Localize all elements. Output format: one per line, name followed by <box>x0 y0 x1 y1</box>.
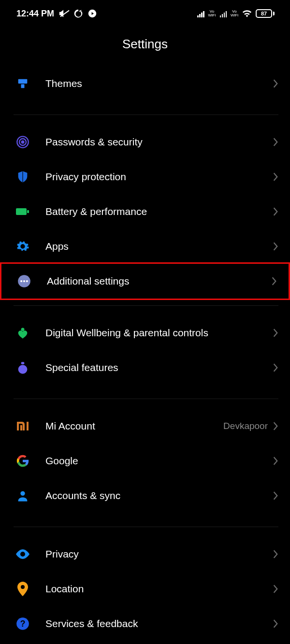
vowifi-2: VoWiFi <box>231 10 238 17</box>
svg-point-17 <box>21 586 25 589</box>
row-special-features[interactable]: Special features <box>0 350 290 385</box>
chevron-right-icon <box>273 421 278 431</box>
svg-point-12 <box>21 328 25 331</box>
label-battery: Battery & performance <box>45 206 273 217</box>
svg-text:?: ? <box>20 619 26 629</box>
wellbeing-icon <box>15 326 30 340</box>
row-location[interactable]: Location <box>0 572 290 606</box>
divider <box>14 527 278 527</box>
label-accounts-sync: Accounts & sync <box>45 490 273 501</box>
label-additional: Additional settings <box>47 275 271 287</box>
row-apps[interactable]: Apps <box>0 229 290 264</box>
fingerprint-icon <box>15 135 30 149</box>
themes-icon <box>15 76 30 91</box>
battery-icon: 87 <box>256 9 275 18</box>
row-passwords-security[interactable]: Passwords & security <box>0 125 290 159</box>
svg-point-9 <box>20 280 22 282</box>
row-additional-settings[interactable]: Additional settings <box>1 264 289 299</box>
chevron-right-icon <box>273 549 278 559</box>
battery-icon <box>15 204 30 219</box>
vowifi-1: VoWiFi <box>208 10 216 17</box>
svg-rect-7 <box>27 210 29 213</box>
chevron-right-icon <box>273 242 278 251</box>
row-battery-performance[interactable]: Battery & performance <box>0 194 290 229</box>
label-passwords: Passwords & security <box>45 136 273 148</box>
row-google[interactable]: Google <box>0 444 290 478</box>
row-accounts-sync[interactable]: Accounts & sync <box>0 478 290 513</box>
clock: 12:44 PM <box>16 9 54 19</box>
status-bar: 12:44 PM VoWiFi VoWiFi 87 <box>0 0 290 27</box>
settings-list: Themes Passwords & security Privacy prot… <box>0 66 290 641</box>
svg-rect-13 <box>21 362 25 364</box>
label-special: Special features <box>45 362 273 373</box>
chevron-right-icon <box>273 172 278 182</box>
highlight-additional-settings: Additional settings <box>0 262 290 300</box>
svg-point-14 <box>18 365 28 374</box>
flask-icon <box>15 360 30 375</box>
chevron-right-icon <box>273 363 278 372</box>
chevron-right-icon <box>273 328 278 338</box>
chevron-right-icon <box>273 456 278 466</box>
label-apps: Apps <box>45 241 273 252</box>
mi-logo-icon <box>15 419 30 433</box>
label-privacy-protection: Privacy protection <box>45 171 273 183</box>
value-mi-account: Devkapoor <box>223 421 273 431</box>
svg-rect-2 <box>21 84 25 88</box>
chevron-right-icon <box>273 619 278 629</box>
row-privacy[interactable]: Privacy <box>0 537 290 572</box>
svg-point-5 <box>22 141 24 143</box>
row-privacy-protection[interactable]: Privacy protection <box>0 159 290 194</box>
row-services-feedback[interactable]: ? Services & feedback <box>0 606 290 641</box>
signal-1-icon <box>197 10 204 17</box>
eye-icon <box>15 547 30 561</box>
label-services: Services & feedback <box>45 618 273 630</box>
more-icon <box>17 274 31 288</box>
row-themes[interactable]: Themes <box>0 66 290 101</box>
chevron-right-icon <box>273 584 278 594</box>
svg-rect-6 <box>16 208 27 215</box>
signal-2-icon <box>220 10 227 17</box>
svg-point-15 <box>20 491 25 496</box>
google-icon <box>15 454 30 468</box>
gear-icon <box>15 239 30 254</box>
battery-level: 87 <box>256 9 272 18</box>
chevron-right-icon <box>273 79 278 88</box>
svg-point-10 <box>23 280 25 282</box>
row-mi-account[interactable]: Mi Account Devkapoor <box>0 409 290 444</box>
row-digital-wellbeing[interactable]: Digital Wellbeing & parental controls <box>0 315 290 350</box>
divider <box>14 305 278 306</box>
divider <box>14 399 278 399</box>
status-right: VoWiFi VoWiFi 87 <box>197 9 275 18</box>
chevron-right-icon <box>273 207 278 216</box>
location-pin-icon <box>15 582 30 596</box>
mute-icon <box>59 9 69 18</box>
page-title: Settings <box>0 27 290 66</box>
status-left: 12:44 PM <box>16 9 97 19</box>
wifi-icon <box>242 10 252 17</box>
label-privacy: Privacy <box>45 548 273 560</box>
svg-point-11 <box>26 280 28 282</box>
svg-rect-1 <box>18 79 28 84</box>
person-icon <box>15 488 30 503</box>
chevron-right-icon <box>273 491 278 501</box>
divider <box>14 114 278 115</box>
label-wellbeing: Digital Wellbeing & parental controls <box>45 327 273 339</box>
label-themes: Themes <box>45 78 273 89</box>
sync-icon <box>73 9 83 18</box>
label-google: Google <box>45 455 273 467</box>
shield-icon <box>15 170 30 184</box>
chevron-right-icon <box>273 137 278 147</box>
help-icon: ? <box>15 616 30 631</box>
label-mi-account: Mi Account <box>45 420 223 432</box>
chevron-right-icon <box>271 276 277 286</box>
svg-point-16 <box>22 553 24 556</box>
play-icon <box>88 9 97 18</box>
label-location: Location <box>45 583 273 595</box>
